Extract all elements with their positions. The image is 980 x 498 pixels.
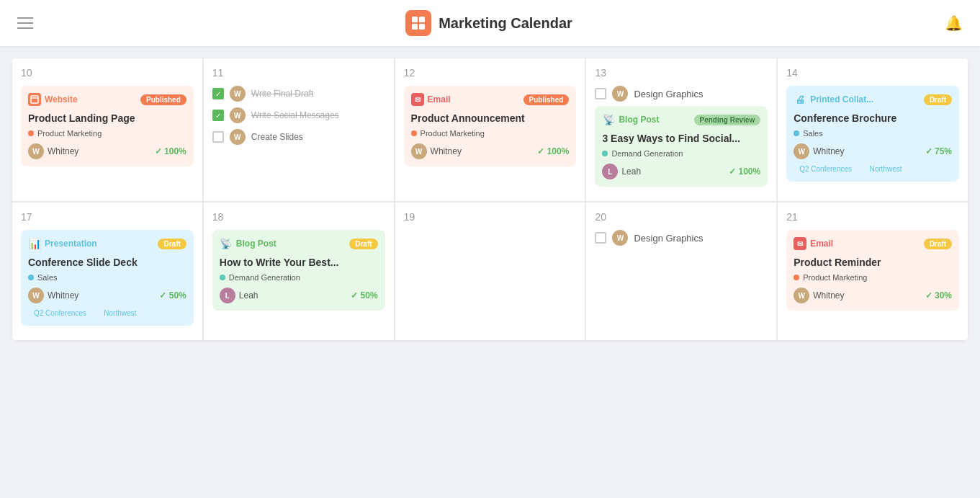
menu-button[interactable] [17,17,33,29]
checkbox-1[interactable]: ✓ [212,88,224,99]
avatar-row: W Whitney [28,143,78,159]
published-badge: Published [523,94,570,105]
tag-northwset: Northwest [863,164,907,174]
card-website-landing[interactable]: Website Published Product Landing Page P… [21,86,194,166]
notification-bell-icon[interactable]: 🔔 [945,14,963,32]
avatar-row: W Whitney [794,288,844,303]
card-title: Product Landing Page [28,112,186,125]
design-graphics-row-20: W Design Graphics [595,230,768,246]
checkbox-3[interactable] [212,131,224,143]
card-title: Product Announcement [411,112,570,125]
tag-q2: Q2 Conferences [28,308,92,319]
day-cell-14: 14 🖨 Printed Collat... Draft Conference … [777,58,968,202]
category-dot [28,275,34,280]
card-blog-write[interactable]: 📡 Blog Post Draft How to Write Your Best… [212,230,385,311]
day-number-17: 17 [21,211,194,223]
design-graphics-label: Design Graphics [634,89,703,99]
card-type-label: Website [28,93,78,106]
card-header: 📊 Presentation Draft [28,237,186,250]
day-number-14: 14 [786,67,959,79]
card-type-label: ✉ Email [794,237,833,250]
day-cell-10: 10 Website Published Product Landing Pag… [12,58,203,202]
day-cell-12: 12 ✉ Email Published Product Announcemen… [395,58,586,202]
tag-northwest: Northwest [98,308,142,319]
card-category: Product Marketing [28,129,186,138]
avatar: W [794,288,809,303]
design-checkbox-20[interactable] [595,232,606,244]
card-header: ✉ Email Published [411,93,570,106]
card-footer: L Leah ✓ 100% [602,164,760,179]
avatar-1: W [230,86,246,102]
avatar: W [28,288,44,303]
day-cell-20: 20 W Design Graphics [585,202,777,341]
header-logo: Marketing Calendar [405,10,572,36]
draft-badge: Draft [924,239,952,249]
website-icon [28,93,41,106]
card-category: Demand Generation [220,273,378,282]
avatar: W [28,143,44,159]
progress-value: ✓ 100% [537,146,569,156]
category-dot [794,130,799,136]
progress-value: ✓ 30% [925,290,952,301]
checklist-text-3: Create Slides [251,132,303,142]
day-number-21: 21 [786,211,959,223]
published-badge: Published [140,94,186,105]
card-presentation-deck[interactable]: 📊 Presentation Draft Conference Slide De… [21,230,194,326]
checklist-text-1: Write Final Draft [251,89,313,99]
day-number-20: 20 [595,211,768,223]
checkbox-2[interactable]: ✓ [212,110,224,121]
tag-q2: Q2 Conferences [794,164,858,174]
design-avatar: W [612,86,628,102]
category-dot [28,130,34,136]
card-category: Product Marketing [794,273,952,282]
avatar: L [602,164,618,179]
svg-rect-4 [31,96,38,103]
card-category: Demand Generation [602,149,760,158]
checklist-item-2: ✓ W Write Social Messages [212,107,385,123]
app-header: Marketing Calendar 🔔 [0,0,980,46]
card-footer: W Whitney ✓ 100% [28,143,186,159]
design-graphics-label-20: Design Graphics [634,233,703,244]
draft-badge: Draft [158,239,186,249]
svg-rect-2 [412,24,418,30]
draft-badge: Draft [924,94,952,105]
card-blog-social[interactable]: 📡 Blog Post Pending Review 3 Easy Ways t… [595,106,768,187]
card-footer: W Whitney ✓ 100% [411,143,570,159]
card-footer: W Whitney ✓ 50% [28,288,186,303]
avatar-row: L Leah [220,288,259,303]
checklist-text-2: Write Social Messages [251,110,339,120]
avatar-row: W Whitney [794,143,844,159]
category-dot [794,275,799,280]
card-email-announcement[interactable]: ✉ Email Published Product Announcement P… [404,86,577,166]
avatar-row: L Leah [602,164,641,179]
app-logo-icon [405,10,431,36]
category-dot [602,151,608,156]
blog-icon: 📡 [602,113,615,126]
card-email-reminder[interactable]: ✉ Email Draft Product Reminder Product M… [786,230,959,311]
card-category: Sales [28,273,186,282]
avatar: W [794,143,809,159]
day-cell-18: 18 📡 Blog Post Draft How to Write Your B… [203,202,395,341]
card-printed-brochure[interactable]: 🖨 Printed Collat... Draft Conference Bro… [786,86,959,182]
day-number-10: 10 [21,67,194,79]
category-dot [220,275,225,280]
card-type-label: ✉ Email [411,93,451,106]
card-title: Product Reminder [794,256,952,269]
card-header: Website Published [28,93,186,106]
avatar: W [411,143,427,159]
design-checkbox[interactable] [595,88,606,99]
card-title: Conference Brochure [794,112,952,125]
checklist-item-3: W Create Slides [212,129,385,145]
card-title: 3 Easy Ways to Find Social... [602,132,760,145]
avatar: L [220,288,235,303]
progress-value: ✓ 75% [925,146,952,156]
avatar-row: W Whitney [411,143,462,159]
card-title: Conference Slide Deck [28,256,186,269]
avatar-row: W Whitney [28,288,78,303]
card-footer: W Whitney ✓ 30% [794,288,952,303]
day-number-19: 19 [404,211,577,223]
card-header: ✉ Email Draft [794,237,952,250]
category-dot [411,130,417,136]
avatar-3: W [230,129,246,145]
svg-rect-3 [419,24,425,30]
